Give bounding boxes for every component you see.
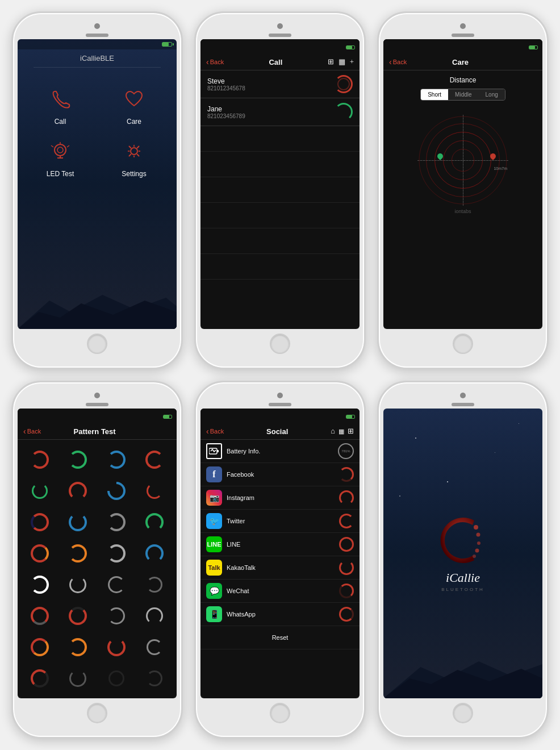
pattern-ring[interactable] — [145, 544, 164, 562]
home-button[interactable] — [453, 703, 473, 723]
volume-down-button[interactable] — [377, 87, 379, 99]
pattern-ring[interactable] — [32, 483, 48, 499]
twitter-label: Twitter — [227, 518, 339, 524]
pattern-ring[interactable] — [145, 451, 164, 469]
pattern-ring[interactable] — [31, 669, 49, 688]
pattern-ring[interactable] — [145, 513, 164, 531]
pattern-ring[interactable] — [69, 670, 86, 687]
power-button[interactable] — [547, 451, 549, 471]
wechat-row[interactable]: 💬 WeChat — [200, 580, 360, 603]
short-button[interactable]: Short — [421, 89, 448, 100]
home-icon[interactable]: ⌂ — [331, 427, 335, 436]
power-button[interactable] — [364, 81, 366, 102]
pattern-ring[interactable] — [146, 607, 163, 624]
power-button[interactable] — [364, 451, 366, 471]
settings-menu-item[interactable]: Settings — [103, 137, 165, 178]
pattern-ring[interactable] — [69, 544, 87, 562]
svg-point-15 — [475, 549, 479, 553]
pattern-ring[interactable] — [108, 576, 125, 593]
care-nav-title: Care — [452, 58, 469, 66]
line-row[interactable]: LINE LINE — [200, 533, 360, 556]
pattern-ring[interactable] — [69, 607, 87, 625]
phone-top — [18, 20, 177, 39]
home-button[interactable] — [270, 703, 290, 723]
phone-4: ‹ Back Pattern Test — [11, 381, 183, 739]
empty-row-2 — [200, 152, 360, 177]
empty-row-4 — [200, 203, 360, 228]
whatsapp-row[interactable]: 📱 WhatsApp — [200, 603, 360, 626]
apps-icon[interactable]: ⊞ — [348, 427, 354, 436]
kakao-row[interactable]: Talk KakaoTalk — [200, 556, 360, 580]
back-button[interactable]: ‹ Back — [23, 427, 41, 436]
contact-jane[interactable]: Jane 821023456789 — [200, 98, 360, 126]
home-button[interactable] — [87, 334, 107, 354]
home-button[interactable] — [87, 703, 107, 723]
volume-up-button[interactable] — [194, 70, 196, 82]
volume-down-button[interactable] — [194, 456, 196, 469]
pattern-ring[interactable] — [31, 451, 49, 469]
calendar-icon[interactable]: ▦ — [338, 57, 345, 66]
instagram-row[interactable]: 📷 Instagram — [200, 486, 360, 510]
pattern-ring[interactable] — [31, 607, 49, 625]
volume-up-button[interactable] — [11, 439, 13, 452]
pattern-ring[interactable] — [108, 670, 124, 686]
volume-down-button[interactable] — [11, 456, 13, 469]
home-button[interactable] — [453, 334, 473, 354]
pattern-ring[interactable] — [69, 576, 86, 593]
pattern-ring[interactable] — [147, 483, 162, 499]
phone-bottom — [383, 698, 542, 726]
pattern-ring[interactable] — [69, 638, 87, 656]
volume-down-button[interactable] — [11, 87, 13, 99]
pattern-ring[interactable] — [147, 577, 162, 593]
pattern-ring[interactable] — [103, 478, 129, 503]
grid-icon[interactable]: ⊞ — [328, 57, 334, 66]
pattern-ring[interactable] — [31, 513, 49, 531]
home-grid: Call Care — [18, 68, 177, 195]
facebook-icon: f — [206, 466, 222, 482]
back-button[interactable]: ‹ Back — [389, 57, 407, 66]
volume-down-button[interactable] — [377, 456, 379, 469]
back-button[interactable]: ‹ Back — [206, 57, 224, 66]
radar-display: 10m 7m — [417, 115, 508, 206]
home-button[interactable] — [270, 334, 290, 354]
middle-button[interactable]: Middle — [448, 89, 478, 100]
pattern-ring[interactable] — [31, 638, 49, 656]
led-menu-item[interactable]: LED Test — [29, 137, 91, 178]
care-menu-item[interactable]: Care — [103, 85, 165, 126]
long-button[interactable]: Long — [479, 89, 505, 100]
pattern-ring[interactable] — [147, 670, 162, 686]
twitter-row[interactable]: 🐦 Twitter — [200, 510, 360, 533]
call-menu-item[interactable]: Call — [29, 85, 91, 126]
grid-icon[interactable]: ▦ — [338, 428, 344, 435]
reset-label[interactable]: Reset — [268, 630, 293, 645]
pattern-ring[interactable] — [107, 451, 126, 469]
volume-up-button[interactable] — [11, 70, 13, 82]
pattern-ring[interactable] — [147, 639, 162, 655]
pattern-ring[interactable] — [107, 638, 126, 656]
power-button[interactable] — [181, 81, 183, 102]
wechat-icon: 💬 — [206, 583, 222, 599]
phone-2: ‹ Back Call ⊞ ▦ + Steve 821012345678 — [194, 11, 366, 369]
contact-steve[interactable]: Steve 821012345678 — [200, 70, 360, 98]
volume-up-button[interactable] — [194, 439, 196, 452]
volume-up-button[interactable] — [377, 70, 379, 82]
pattern-ring[interactable] — [69, 513, 87, 531]
volume-down-button[interactable] — [194, 87, 196, 99]
pattern-ring[interactable] — [31, 576, 49, 594]
back-button[interactable]: ‹ Back — [206, 427, 224, 436]
power-button[interactable] — [547, 81, 549, 102]
pattern-ring[interactable] — [107, 544, 126, 562]
add-icon[interactable]: + — [350, 57, 354, 66]
pattern-ring[interactable] — [69, 482, 87, 500]
power-button[interactable] — [181, 451, 183, 471]
volume-up-button[interactable] — [377, 439, 379, 452]
battery-info-row[interactable]: Battery Info. 781% — [200, 440, 360, 463]
pattern-ring[interactable] — [108, 607, 125, 624]
pattern-ring[interactable] — [69, 451, 87, 469]
svg-rect-11 — [217, 450, 219, 452]
facebook-row[interactable]: f Facebook — [200, 463, 360, 486]
pattern-ring[interactable] — [107, 513, 126, 531]
line-label: LINE — [227, 541, 339, 548]
pattern-ring[interactable] — [31, 544, 49, 562]
reset-row[interactable]: Reset — [200, 626, 360, 649]
